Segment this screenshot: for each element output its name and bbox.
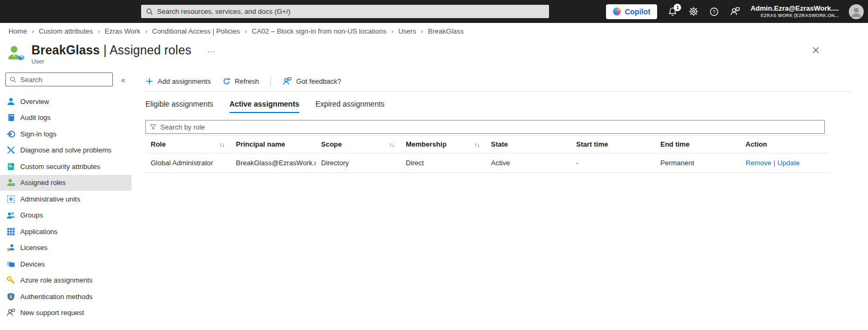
tab-expired-assignments[interactable]: Expired assignments bbox=[315, 100, 384, 113]
breadcrumb-ca02-policy[interactable]: CA02 – Block sign-in from non-US locatio… bbox=[252, 27, 387, 35]
sidebar-search-box[interactable] bbox=[5, 73, 113, 86]
column-header-principal-name[interactable]: Principal name bbox=[231, 135, 316, 153]
sidebar-item-audit-logs[interactable]: Audit logs bbox=[0, 110, 132, 126]
column-header-state[interactable]: State bbox=[486, 135, 571, 153]
licenses-icon bbox=[6, 243, 15, 252]
sidebar-item-licenses[interactable]: Licenses bbox=[0, 240, 132, 256]
command-bar: Add assignments Refresh Got feedback? bbox=[145, 73, 868, 89]
got-feedback-label: Got feedback? bbox=[296, 77, 341, 85]
sidebar-item-label: Authentication methods bbox=[20, 293, 93, 301]
breadcrumb: Home › Custom attributes › Ezras Work › … bbox=[0, 23, 868, 39]
more-options-icon[interactable]: … bbox=[207, 45, 216, 54]
key-icon bbox=[6, 276, 15, 285]
page-subtitle: User bbox=[31, 58, 216, 65]
column-header-end-time[interactable]: End time bbox=[655, 135, 740, 153]
svg-text:?: ? bbox=[713, 9, 716, 14]
add-assignments-label: Add assignments bbox=[158, 77, 211, 85]
sidebar-item-devices[interactable]: Devices bbox=[0, 256, 132, 272]
refresh-button[interactable]: Refresh bbox=[223, 77, 259, 85]
global-search-input[interactable] bbox=[157, 7, 544, 15]
settings-gear-icon[interactable] bbox=[688, 6, 699, 17]
support-person-icon bbox=[6, 308, 15, 317]
action-separator: | bbox=[773, 159, 775, 167]
cell-membership: Direct bbox=[400, 154, 486, 172]
sidebar-item-label: Audit logs bbox=[20, 114, 51, 122]
plus-icon bbox=[145, 77, 153, 85]
breadcrumb-custom-attributes[interactable]: Custom attributes bbox=[39, 27, 93, 35]
sidebar-item-groups[interactable]: Groups bbox=[0, 207, 132, 224]
assigned-roles-person-icon bbox=[6, 178, 15, 187]
security-attributes-icon bbox=[6, 162, 15, 171]
breadcrumb-separator: › bbox=[145, 28, 148, 35]
sidebar-item-label: Applications bbox=[20, 228, 58, 236]
diagnose-tools-icon bbox=[6, 146, 15, 155]
search-by-role-box[interactable] bbox=[145, 120, 825, 134]
devices-monitor-icon bbox=[6, 260, 15, 269]
top-bar: Copilot 1 ? Admin.Ezra@EzrasWork.... EZR… bbox=[0, 0, 868, 23]
page-title-separator: | bbox=[100, 43, 110, 57]
copilot-button[interactable]: Copilot bbox=[606, 4, 657, 19]
sidebar-item-new-support-request[interactable]: New support request bbox=[0, 305, 132, 321]
account-menu[interactable]: Admin.Ezra@EzrasWork.... EZRAS WORK (EZR… bbox=[750, 4, 839, 19]
sidebar-item-overview[interactable]: Overview bbox=[0, 93, 132, 110]
sidebar-item-label: Azure role assignments bbox=[20, 276, 93, 284]
global-search-box[interactable] bbox=[141, 5, 549, 18]
column-header-action: Action bbox=[740, 135, 829, 153]
breadcrumb-separator: › bbox=[32, 28, 34, 35]
audit-logs-book-icon bbox=[6, 113, 15, 122]
cell-role: Global Administrator bbox=[145, 154, 231, 172]
remove-link[interactable]: Remove bbox=[746, 159, 771, 167]
sort-arrows-icon[interactable]: ↑↓ bbox=[389, 141, 394, 148]
sidebar-item-label: Devices bbox=[20, 260, 45, 268]
feedback-icon[interactable] bbox=[730, 6, 740, 17]
sidebar-item-authentication-methods[interactable]: Authentication methods bbox=[0, 288, 132, 305]
assignments-table: Role ↑↓ Principal name Scope ↑↓ Membersh… bbox=[145, 135, 829, 173]
got-feedback-button[interactable]: Got feedback? bbox=[283, 77, 341, 86]
breadcrumb-ezras-work[interactable]: Ezras Work bbox=[105, 27, 141, 35]
column-header-role[interactable]: Role ↑↓ bbox=[145, 135, 231, 153]
notification-count-badge: 1 bbox=[674, 4, 681, 11]
sort-arrows-icon[interactable]: ↑↓ bbox=[474, 141, 479, 148]
sidebar-item-azure-role-assignments[interactable]: Azure role assignments bbox=[0, 272, 132, 289]
add-assignments-button[interactable]: Add assignments bbox=[145, 77, 211, 85]
sidebar-item-diagnose[interactable]: Diagnose and solve problems bbox=[0, 142, 132, 159]
sidebar-search-input[interactable] bbox=[20, 76, 109, 84]
sidebar-item-administrative-units[interactable]: Administrative units bbox=[0, 191, 132, 207]
collapse-sidebar-icon[interactable]: « bbox=[121, 75, 125, 84]
breadcrumb-users[interactable]: Users bbox=[398, 27, 416, 35]
search-by-role-input[interactable] bbox=[160, 123, 821, 131]
sidebar-item-label: Custom security attributes bbox=[20, 163, 100, 171]
sidebar-item-label: New support request bbox=[20, 309, 84, 317]
account-tenant: EZRAS WORK (EZRASWORK.ON... bbox=[750, 13, 839, 19]
notifications-bell-icon[interactable]: 1 bbox=[667, 6, 678, 17]
column-header-start-time[interactable]: Start time bbox=[571, 135, 655, 153]
cell-state: Active bbox=[486, 154, 571, 172]
sidebar-item-sign-in-logs[interactable]: Sign-in logs bbox=[0, 126, 132, 142]
sidebar-item-label: Administrative units bbox=[20, 195, 80, 203]
search-icon bbox=[146, 8, 153, 15]
sort-arrows-icon[interactable]: ↑↓ bbox=[219, 141, 224, 148]
page-title: BreakGlass | Assigned roles… bbox=[31, 43, 216, 58]
refresh-icon bbox=[223, 77, 231, 85]
search-icon bbox=[10, 76, 17, 83]
column-header-scope[interactable]: Scope ↑↓ bbox=[316, 135, 400, 153]
cell-start-time: - bbox=[571, 154, 655, 172]
sidebar-item-assigned-roles[interactable]: Assigned roles bbox=[0, 175, 132, 191]
copilot-label: Copilot bbox=[625, 7, 650, 16]
close-icon[interactable] bbox=[810, 45, 821, 55]
tab-active-assignments[interactable]: Active assignments bbox=[230, 100, 300, 113]
sidebar-item-applications[interactable]: Applications bbox=[0, 223, 132, 240]
update-link[interactable]: Update bbox=[777, 159, 800, 167]
sign-in-arrow-icon bbox=[6, 130, 15, 139]
sidebar-item-label: Sign-in logs bbox=[20, 130, 56, 138]
column-header-membership[interactable]: Membership ↑↓ bbox=[400, 135, 486, 153]
breadcrumb-home[interactable]: Home bbox=[9, 27, 27, 35]
account-avatar[interactable] bbox=[849, 4, 864, 19]
cell-end-time: Permanent bbox=[655, 154, 740, 172]
breadcrumb-conditional-access[interactable]: Conditional Access | Policies bbox=[152, 27, 240, 35]
help-icon[interactable]: ? bbox=[709, 6, 719, 17]
tab-eligible-assignments[interactable]: Eligible assignments bbox=[145, 100, 214, 113]
breadcrumb-separator: › bbox=[391, 28, 394, 35]
sidebar-item-custom-security-attributes[interactable]: Custom security attributes bbox=[0, 158, 132, 175]
applications-grid-icon bbox=[6, 227, 15, 236]
